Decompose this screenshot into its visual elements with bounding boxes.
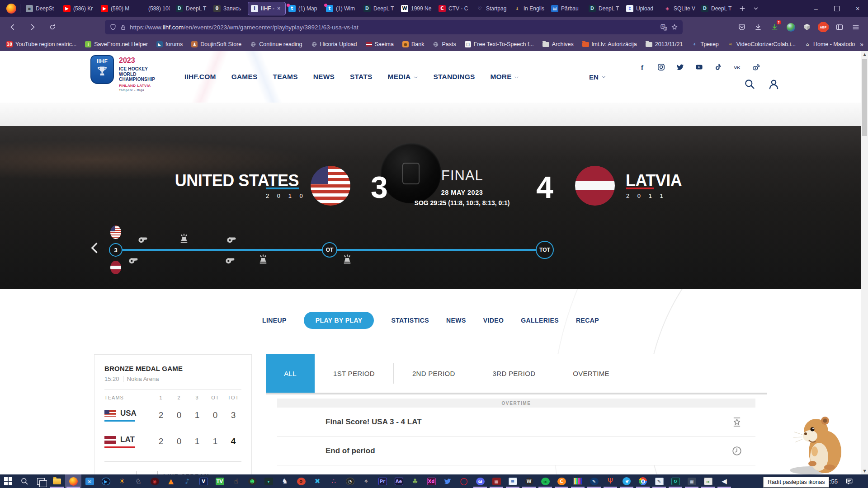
browser-tab[interactable]: ♝In Englis — [511, 2, 548, 15]
taskbar-paws-app[interactable]: ∴ — [326, 474, 342, 488]
nav-item-iihfcom[interactable]: IIHF.COM — [184, 73, 216, 81]
page-tab-news[interactable]: NEWS — [446, 317, 466, 324]
bookmark-item[interactable]: ♟DoujinSoft Store — [191, 41, 241, 47]
taskbar-mic-app[interactable]: Ψ — [602, 474, 618, 488]
nav-item-standings[interactable]: STANDINGS — [434, 73, 475, 81]
tracking-protection-icon[interactable] — [109, 23, 117, 31]
browser-tab[interactable]: ♡Startpag — [473, 2, 510, 15]
nav-item-news[interactable]: NEWS — [313, 73, 335, 81]
back-button[interactable] — [5, 20, 20, 34]
pocket-icon[interactable] — [735, 20, 749, 34]
browser-tab[interactable]: ◈SQLite V — [661, 2, 698, 15]
profile-icon[interactable] — [768, 78, 780, 90]
taskbar-premiere-pro[interactable]: Pr — [374, 474, 391, 488]
pbp-tab-overtime[interactable]: OVERTIME — [554, 354, 627, 393]
firefox-view-icon[interactable] — [6, 4, 16, 14]
bookmark-item[interactable]: Hicoria Upload — [311, 41, 357, 47]
menu-icon[interactable] — [849, 20, 863, 34]
taskbar-spray-app[interactable]: ✎ — [586, 474, 602, 488]
pbp-tab-1st-period[interactable]: 1ST PERIOD — [315, 354, 393, 393]
taskbar-firefox[interactable] — [65, 474, 81, 488]
pbp-tab-2nd-period[interactable]: 2ND PERIOD — [394, 354, 474, 393]
bookmark-item[interactable]: 18YouTube region restric... — [6, 41, 76, 47]
tab-close-icon[interactable]: × — [277, 5, 283, 12]
nav-item-teams[interactable]: TEAMS — [273, 73, 297, 81]
bookmark-item[interactable]: ▢Free Text-To-Speech f... — [465, 41, 534, 47]
taskbar-media-player[interactable]: ▶ — [98, 474, 114, 488]
bookmark-item[interactable]: ✈Трекер — [691, 41, 718, 47]
taskbar-after-effects[interactable]: Ae — [391, 474, 407, 488]
browser-tab[interactable]: ▶(586) Kr — [61, 2, 98, 15]
taskbar-cat-app[interactable]: ♞ — [277, 474, 293, 488]
pbp-tab-all[interactable]: ALL — [266, 354, 315, 393]
pbp-tab-3rd-period[interactable]: 3RD PERIOD — [474, 354, 554, 393]
search-icon[interactable] — [744, 78, 755, 90]
starlines-icon[interactable] — [731, 416, 743, 428]
browser-tab[interactable]: IIIHF -× — [248, 2, 285, 15]
taskbar-x-app[interactable]: ✖ — [309, 474, 326, 488]
close-button[interactable]: × — [847, 0, 868, 17]
bookmark-item[interactable]: Continue reading — [250, 41, 302, 47]
youtube-icon[interactable] — [694, 62, 703, 71]
bookmark-item[interactable]: Archives — [542, 41, 574, 47]
bookmark-item[interactable]: Saeima — [366, 41, 394, 47]
page-tab-lineup[interactable]: LINEUP — [262, 317, 287, 324]
url-bar[interactable]: https://www.iihf.com/en/events/2023/wm/g… — [105, 20, 683, 34]
bookmark-item[interactable]: lmt.lv: Autorizācija — [582, 41, 637, 47]
browser-tab[interactable]: ▪DeepSt — [23, 2, 60, 15]
bookmark-item[interactable]: ●Bank — [402, 41, 425, 47]
taskbar-file-explorer[interactable] — [49, 474, 65, 488]
taskbar-task-view[interactable] — [33, 474, 49, 488]
taskbar-fire-app[interactable]: ☀ — [114, 474, 130, 488]
new-tab-button[interactable] — [736, 2, 749, 15]
language-selector[interactable]: EN — [589, 51, 606, 103]
translate-icon[interactable]: Aa — [660, 23, 668, 31]
idm-download-icon[interactable]: ? — [768, 20, 781, 34]
nav-item-media[interactable]: MEDIA — [388, 73, 418, 81]
bookmark-item[interactable]: Pasts — [433, 41, 456, 47]
twitter-icon[interactable] — [675, 62, 684, 71]
reload-button[interactable] — [45, 20, 60, 34]
taskbar-red-reader[interactable]: ▦ — [488, 474, 505, 488]
taskbar-orange-app[interactable]: C — [553, 474, 570, 488]
taskbar-spotify[interactable]: ≈ — [537, 474, 553, 488]
tab-list-button[interactable] — [749, 2, 763, 15]
nav-item-more[interactable]: MORE — [490, 73, 519, 81]
taskbar-telegram[interactable]: ▶ — [618, 474, 635, 488]
page-tab-galleries[interactable]: GALLERIES — [521, 317, 559, 324]
timeline-total[interactable]: TOT — [536, 241, 554, 259]
scroll-down-icon[interactable]: ▼ — [861, 469, 868, 473]
taskbar-wiki-app[interactable]: W — [521, 474, 537, 488]
taskbar-tv-test-app[interactable] — [570, 474, 586, 488]
cube-icon[interactable] — [800, 20, 814, 34]
forward-button[interactable] — [25, 20, 40, 34]
taskbar-taskbar-search[interactable] — [16, 474, 33, 488]
weibo-icon[interactable] — [751, 62, 760, 71]
scroll-up-icon[interactable]: ▲ — [861, 52, 868, 56]
taskbar-eye-app[interactable]: ◉ — [146, 474, 163, 488]
taskbar-discord[interactable]: ω — [472, 474, 488, 488]
timeline-period-3[interactable]: 3 — [109, 243, 123, 257]
taskbar-virtualdub[interactable]: V — [195, 474, 212, 488]
taskbar-mail[interactable]: ✉ — [81, 474, 98, 488]
taskbar-mascot-app[interactable]: ♘ — [130, 474, 146, 488]
timeline-prev-button[interactable] — [89, 242, 100, 253]
taskbar-game-app[interactable]: ♣ — [407, 474, 423, 488]
bookmark-item[interactable]: ∞VideoColorizerColab.i... — [727, 41, 796, 47]
taskbar-task-manager[interactable]: ≈ — [700, 474, 716, 488]
sidebar-icon[interactable] — [833, 20, 846, 34]
taskbar-recorder-robot[interactable]: ⚙ — [293, 474, 309, 488]
taskbar-tv-app[interactable]: TV — [212, 474, 228, 488]
show-desktop-button[interactable] — [861, 474, 863, 488]
live-stream-button[interactable]: LIVE STREAM — [104, 471, 241, 474]
browser-tab[interactable]: ▤Pārbau — [548, 2, 585, 15]
browser-tab[interactable]: (588) 100+ T — [136, 2, 173, 15]
facebook-icon[interactable]: f — [637, 62, 646, 71]
taskbar-adobe-xd[interactable]: Xd — [423, 474, 439, 488]
bookmarks-overflow-button[interactable]: » — [855, 41, 868, 48]
browser-tab[interactable]: DDeepL T — [698, 2, 736, 15]
action-center-icon[interactable] — [845, 477, 854, 486]
taskbar-calculator[interactable]: ▦ — [684, 474, 700, 488]
scrollbar-thumb[interactable] — [862, 59, 867, 136]
browser-tab[interactable]: 0Запись — [211, 2, 248, 15]
